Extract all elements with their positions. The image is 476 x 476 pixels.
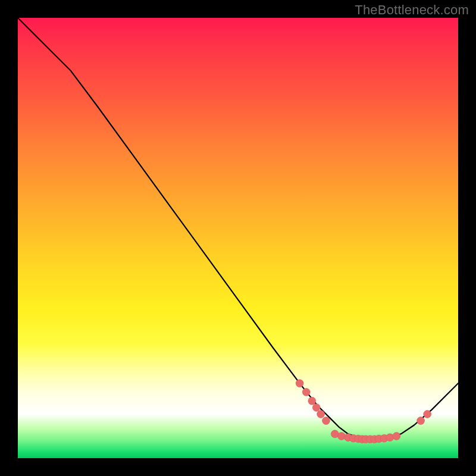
bottleneck-curve xyxy=(18,18,458,440)
watermark-text: TheBottleneck.com xyxy=(355,2,469,18)
data-dot xyxy=(317,411,325,418)
data-dot xyxy=(322,417,330,425)
chart-svg xyxy=(18,18,458,458)
data-dot xyxy=(302,389,310,396)
data-dot xyxy=(424,411,431,418)
data-dot xyxy=(296,380,303,387)
data-dot xyxy=(312,403,320,411)
data-dot xyxy=(386,434,394,441)
data-dot xyxy=(337,433,345,440)
data-dot xyxy=(308,397,316,405)
data-dots xyxy=(296,380,431,443)
data-dot xyxy=(393,433,400,440)
plot-area xyxy=(18,18,458,458)
data-dot xyxy=(417,417,425,425)
chart-frame: TheBottleneck.com xyxy=(0,0,476,476)
